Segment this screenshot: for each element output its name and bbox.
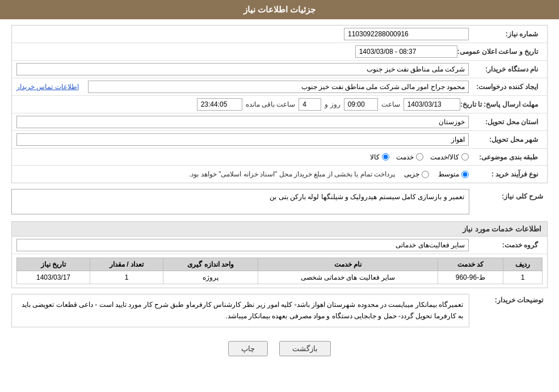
back-button[interactable]: بازگشت	[279, 341, 331, 356]
need-number-label: شماره نیاز:	[469, 30, 543, 38]
col-service-code: کد خدمت	[438, 258, 503, 271]
table-row: 1ط-96-960سایر فعالیت های خدماتی شخصیپروژ…	[17, 271, 543, 284]
reply-deadline-label: مهلت ارسال پاسخ: تا تاریخ:	[460, 100, 543, 108]
org-name-label: نام دستگاه خریدار:	[469, 65, 543, 73]
print-button[interactable]: چاپ	[228, 341, 268, 356]
service-group-value: سایر فعالیت‌های خدماتی	[16, 239, 469, 251]
service-group-row: گروه خدمت: سایر فعالیت‌های خدماتی	[12, 237, 547, 254]
announce-datetime-label: تاریخ و ساعت اعلان عمومی:	[457, 48, 543, 56]
purchase-type-label: نوع فرآیند خرید :	[469, 170, 543, 178]
reply-days-label: روز و	[325, 100, 340, 108]
purchase-desc: پرداخت تمام یا بخشی از مبلغ خریداز محل "…	[189, 170, 395, 178]
remaining-value: 23:44:05	[197, 98, 242, 111]
category-label: طبقه بندی موضوعی:	[469, 153, 543, 161]
services-table: ردیف کد خدمت نام خدمت واحد اندازه گیری ت…	[16, 258, 543, 284]
col-date: تاریخ نیاز	[17, 258, 90, 271]
table-cell-1: ط-96-960	[438, 271, 503, 284]
need-desc-label: شرح کلی نیاز:	[474, 189, 548, 200]
city-label: شهر محل تحویل:	[469, 136, 543, 144]
page-header: جزئیات اطلاعات نیاز	[0, 0, 559, 19]
col-qty: تعداد / مقدار	[90, 258, 163, 271]
created-by-value: محمود جراح امور مالی شرکت ملی مناطق نفت …	[88, 81, 469, 93]
org-name-value: شرکت ملی مناطق نفت خیز جنوب	[16, 63, 469, 75]
table-cell-0: 1	[503, 271, 543, 284]
created-by-row: ایجاد کننده درخواست: محمود جراح امور مال…	[12, 78, 547, 96]
table-header-row: ردیف کد خدمت نام خدمت واحد اندازه گیری ت…	[17, 258, 543, 271]
need-desc-section: شرح کلی نیاز: تعمیر و بازسازی کامل سیستم…	[11, 189, 548, 214]
col-unit: واحد اندازه گیری	[163, 258, 258, 271]
col-service-name: نام خدمت	[258, 258, 438, 271]
reply-time-value: 09:00	[344, 98, 378, 111]
page-title: جزئیات اطلاعات نیاز	[243, 5, 316, 14]
services-table-wrapper: ردیف کد خدمت نام خدمت واحد اندازه گیری ت…	[12, 254, 547, 288]
purchase-option-motavasset[interactable]: متوسط	[438, 170, 469, 178]
col-row-number: ردیف	[503, 258, 543, 271]
need-number-value: 1103092288000916	[344, 28, 469, 40]
buyer-notes-value: تعمیرگاه بیمانکار میبایست در محدوده شهرس…	[11, 294, 469, 327]
province-label: استان محل تحویل:	[469, 118, 543, 126]
created-by-label: ایجاد کننده درخواست:	[469, 83, 543, 91]
category-row: طبقه بندی موضوعی: کالا/خدمت خدمت کالا	[12, 149, 547, 166]
city-row: شهر محل تحویل: اهواز	[12, 131, 547, 149]
contact-link[interactable]: اطلاعات تماس خریدار	[16, 83, 79, 91]
announce-datetime-row: تاریخ و ساعت اعلان عمومی: 1403/03/08 - 0…	[12, 43, 547, 61]
city-value: اهواز	[16, 133, 469, 146]
need-desc-value: تعمیر و بازسازی کامل سیستم هیدرولیک و شی…	[11, 189, 469, 214]
buyer-notes-label: توضیحات خریدار:	[474, 294, 548, 304]
table-cell-2: سایر فعالیت های خدماتی شخصی	[258, 271, 438, 284]
category-option-kala[interactable]: کالا	[370, 153, 389, 161]
reply-deadline-row: مهلت ارسال پاسخ: تا تاریخ: 1403/03/13 سا…	[12, 96, 547, 113]
reply-days-value: 4	[299, 98, 321, 111]
announce-datetime-value: 1403/03/08 - 08:37	[355, 45, 457, 58]
remaining-label: ساعت باقی مانده	[246, 100, 296, 108]
table-cell-5: 1403/03/17	[17, 271, 90, 284]
province-row: استان محل تحویل: خوزستان	[12, 113, 547, 131]
table-cell-4: 1	[90, 271, 163, 284]
service-group-label: گروه خدمت:	[469, 241, 543, 249]
services-section-title: اطلاعات خدمات مورد نیاز	[11, 221, 548, 236]
category-option-kala-khedmat[interactable]: کالا/خدمت	[430, 153, 469, 161]
buttons-row: بازگشت چاپ	[11, 333, 548, 362]
province-value: خوزستان	[16, 116, 469, 128]
category-option-khedmat[interactable]: خدمت	[396, 153, 423, 161]
purchase-option-jozii[interactable]: جزیی	[404, 170, 429, 178]
reply-date-value: 1403/03/13	[404, 98, 460, 111]
info-section: شماره نیاز: 1103092288000916 تاریخ و ساع…	[11, 25, 548, 183]
purchase-type-group: متوسط جزیی پرداخت تمام یا بخشی از مبلغ خ…	[189, 170, 469, 178]
services-section: گروه خدمت: سایر فعالیت‌های خدماتی ردیف ک…	[11, 236, 548, 288]
need-number-row: شماره نیاز: 1103092288000916	[12, 26, 547, 43]
purchase-type-row: نوع فرآیند خرید : متوسط جزیی پرداخت تمام…	[12, 166, 547, 183]
table-cell-3: پروژه	[163, 271, 258, 284]
reply-time-label: ساعت	[381, 100, 400, 108]
category-radio-group: کالا/خدمت خدمت کالا	[370, 153, 469, 161]
org-name-row: نام دستگاه خریدار: شرکت ملی مناطق نفت خی…	[12, 61, 547, 78]
buyer-notes-section: توضیحات خریدار: تعمیرگاه بیمانکار میبایس…	[11, 294, 548, 327]
